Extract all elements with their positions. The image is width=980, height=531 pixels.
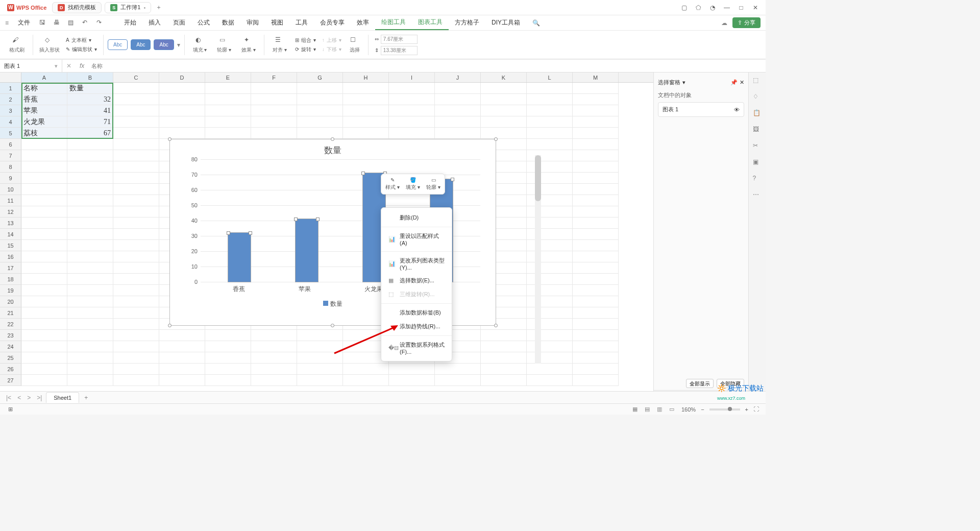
cell[interactable] — [67, 307, 113, 319]
cell[interactable] — [297, 341, 343, 352]
cell[interactable] — [113, 161, 159, 173]
cell[interactable] — [113, 251, 159, 262]
cell[interactable] — [573, 229, 619, 240]
print-icon[interactable]: 🖶 — [54, 19, 62, 27]
cell[interactable] — [67, 330, 113, 341]
eye-icon[interactable]: 👁 — [734, 107, 740, 113]
row-4[interactable]: 4 — [0, 116, 21, 128]
cell[interactable] — [527, 274, 573, 285]
rotate-button[interactable]: ⟳旋转 ▾ — [293, 45, 318, 54]
window-maximize[interactable]: □ — [734, 1, 748, 14]
cell[interactable] — [21, 330, 67, 341]
cell[interactable] — [481, 364, 527, 375]
cell[interactable] — [205, 105, 251, 116]
width-input[interactable] — [381, 35, 418, 44]
cell[interactable] — [481, 83, 527, 94]
mini-style-button[interactable]: ✎样式 ▾ — [384, 177, 401, 191]
cell[interactable] — [205, 83, 251, 94]
cell[interactable] — [113, 307, 159, 319]
cell[interactable] — [67, 285, 113, 296]
tab-nav-prev[interactable]: < — [15, 394, 23, 401]
col-K[interactable]: K — [481, 73, 527, 82]
cell[interactable] — [251, 105, 297, 116]
cell[interactable] — [205, 375, 251, 386]
cell[interactable] — [481, 116, 527, 128]
cell[interactable] — [21, 229, 67, 240]
edit-shape-button[interactable]: ✎编辑形状 ▾ — [64, 45, 99, 54]
cell[interactable] — [573, 352, 619, 364]
window-minimize[interactable]: — — [720, 1, 734, 14]
cell[interactable] — [527, 319, 573, 330]
row-26[interactable]: 26 — [0, 364, 21, 375]
ctx-add-labels[interactable]: 添加数据标签(B) — [381, 306, 452, 320]
cell[interactable] — [297, 105, 343, 116]
cell[interactable] — [573, 296, 619, 307]
show-all-button[interactable]: 全部显示 — [686, 379, 714, 388]
cell[interactable] — [527, 206, 573, 218]
col-A[interactable]: A — [21, 73, 67, 82]
col-J[interactable]: J — [435, 73, 481, 82]
move-down-button[interactable]: ↓下移 ▾ — [320, 45, 344, 54]
style-abc-2[interactable]: Abc — [131, 39, 151, 50]
row-13[interactable]: 13 — [0, 218, 21, 229]
cell[interactable] — [527, 218, 573, 229]
cell[interactable] — [113, 116, 159, 128]
row-7[interactable]: 7 — [0, 150, 21, 161]
ctx-format-series[interactable]: �⊟设置数据系列格式(F)... — [381, 338, 452, 358]
cell[interactable] — [113, 173, 159, 184]
cell[interactable] — [205, 116, 251, 128]
cell[interactable] — [481, 330, 527, 341]
align-button[interactable]: ☰对齐 ▾ — [268, 33, 291, 57]
cell[interactable] — [21, 352, 67, 364]
cell[interactable] — [251, 128, 297, 139]
cell[interactable] — [527, 240, 573, 251]
cell[interactable] — [389, 364, 435, 375]
cell[interactable] — [573, 83, 619, 94]
cell[interactable]: 荔枝 — [21, 128, 67, 139]
cell[interactable] — [159, 105, 205, 116]
menu-drawing-tools[interactable]: 绘图工具 — [375, 15, 412, 30]
cell[interactable] — [527, 83, 573, 94]
style-abc-1[interactable]: Abc — [108, 39, 128, 50]
row-6[interactable]: 6 — [0, 139, 21, 150]
cell[interactable] — [113, 128, 159, 139]
cell[interactable] — [159, 116, 205, 128]
style-more-icon[interactable]: ▾ — [177, 41, 180, 49]
format-painter-group[interactable]: 🖌 格式刷 — [5, 33, 29, 57]
cell[interactable] — [481, 105, 527, 116]
zoom-in-button[interactable]: + — [745, 406, 748, 413]
tab-nav-next[interactable]: > — [25, 394, 33, 401]
cell[interactable] — [21, 319, 67, 330]
row-11[interactable]: 11 — [0, 195, 21, 206]
cell[interactable] — [343, 83, 389, 94]
col-I[interactable]: I — [389, 73, 435, 82]
cell[interactable] — [297, 83, 343, 94]
menu-view[interactable]: 视图 — [265, 15, 289, 30]
cell[interactable] — [113, 83, 159, 94]
cell[interactable] — [113, 330, 159, 341]
cell[interactable] — [573, 94, 619, 105]
cell[interactable] — [527, 251, 573, 262]
cell[interactable] — [205, 352, 251, 364]
tab-nav-first[interactable]: |< — [4, 394, 13, 401]
cell[interactable] — [343, 364, 389, 375]
bar-香蕉[interactable] — [228, 233, 251, 282]
cell[interactable]: 苹果 — [21, 105, 67, 116]
cell[interactable] — [481, 128, 527, 139]
menu-file[interactable]: 文件 — [12, 15, 36, 30]
cell[interactable] — [573, 195, 619, 206]
cell[interactable] — [573, 128, 619, 139]
side-select-icon[interactable]: ⬚ — [753, 77, 762, 86]
cell[interactable] — [389, 83, 435, 94]
cell[interactable] — [573, 262, 619, 274]
cell[interactable] — [159, 352, 205, 364]
cell[interactable] — [113, 139, 159, 150]
cell[interactable] — [21, 195, 67, 206]
cell[interactable]: 71 — [67, 116, 113, 128]
cell[interactable] — [67, 150, 113, 161]
cell[interactable] — [573, 319, 619, 330]
cell[interactable] — [159, 83, 205, 94]
menu-fangfang[interactable]: 方方格子 — [449, 15, 485, 30]
cell[interactable] — [21, 173, 67, 184]
cell[interactable] — [159, 341, 205, 352]
